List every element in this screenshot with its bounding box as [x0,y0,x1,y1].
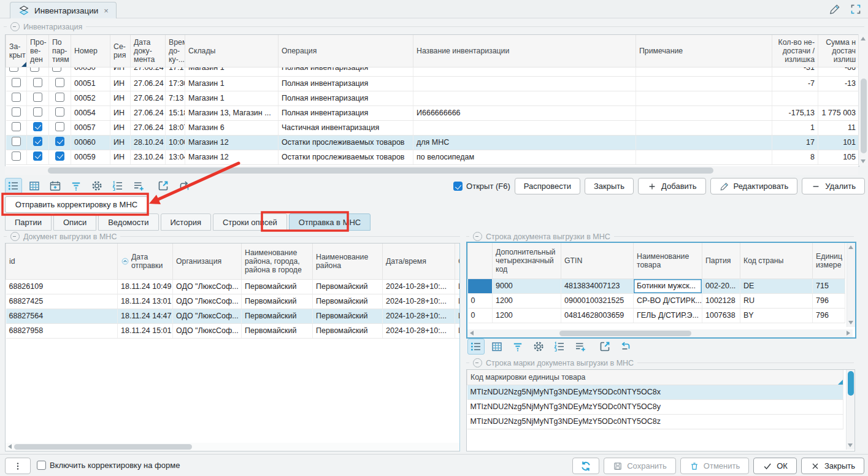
table-row[interactable]: 00052ИН27.06.247:13Магазин 1Полная инвен… [6,91,859,106]
table-cell[interactable]: Первомайский [313,294,383,309]
unpost-button[interactable]: Распровести [515,178,580,194]
row-checkbox[interactable] [33,152,42,161]
table-cell[interactable]: ОДО "ЛюксСоф... [173,323,242,338]
table-cell[interactable] [49,91,71,106]
table-cell[interactable] [27,91,49,106]
table-cell[interactable]: ОДО "ЛюксСоф... [173,309,242,323]
column-header[interactable]: id [6,244,118,279]
tab-list-lines[interactable]: Строки описей [213,213,287,231]
table-cell[interactable]: Полная инвентаризация [278,91,413,106]
table-cell[interactable]: 27.06.24 [131,67,166,76]
table-cell[interactable]: 27.06.24 [131,76,166,91]
table-cell[interactable]: ИН [110,76,131,91]
table-cell[interactable] [27,120,49,135]
table-cell[interactable]: ИН [110,91,131,106]
table-cell[interactable] [6,106,27,120]
calendar-add-button[interactable] [47,178,64,194]
table-cell[interactable]: ИН [110,120,131,135]
table-cell[interactable]: 1 [772,120,818,135]
table-cell[interactable]: Магазин 12 [185,150,278,164]
table-cell[interactable]: 17:17 [166,67,185,76]
row-checkbox[interactable] [12,93,21,102]
filter-button[interactable] [67,178,85,194]
table-cell[interactable]: MTIzNDU2Nzg5NjMyNTg3NDEyMzY5ODc0NTY5OC8y [467,399,843,414]
column-header[interactable]: Се- рия [110,35,131,67]
column-header[interactable]: Про- ве- ден [27,35,49,67]
document-tab-inventories[interactable]: Инвентаризации × [10,2,117,18]
column-header[interactable]: Примечание [636,35,772,67]
table-cell[interactable] [413,76,636,91]
table-cell[interactable]: 17 [772,135,818,150]
table-cell[interactable]: 1200 [493,293,561,308]
add-list-button[interactable] [572,339,589,355]
table-cell[interactable]: 796 [813,293,845,308]
table-cell[interactable]: ИН [110,150,131,164]
table-cell[interactable]: 27.06.24 [131,120,166,135]
column-header[interactable]: Склады [185,35,278,67]
table-row[interactable]: 6882795818.11.24 15:01ОДО "ЛюксСоф...Пер… [6,323,461,338]
table-cell[interactable]: 00059 [71,150,110,164]
table-row[interactable]: 00050ИН27.06.2417:17Магазин 1Полная инве… [6,67,859,76]
table-cell[interactable]: Первомайский [313,323,383,338]
column-header[interactable]: Номер [71,35,110,67]
table-cell[interactable]: DE [740,278,813,293]
table-cell[interactable]: 17:30 [166,76,185,91]
table-cell[interactable]: ИН [110,67,131,76]
open-filter-checkbox[interactable]: Открыт (F6) [453,182,510,191]
column-header[interactable]: Операция [278,35,413,67]
table-cell[interactable]: 1 775 003 [818,106,859,120]
table-cell[interactable] [49,150,71,164]
table-cell[interactable]: MTIzNDU2Nzg5NjMyNTg3NDEyMzY5ODc0NTY5OC8z [467,414,843,429]
grid-view-button[interactable] [488,339,505,355]
row-checkbox[interactable] [33,93,42,102]
table-cell[interactable]: Полная инвентаризация [278,67,413,76]
table-cell[interactable]: 18:07 [166,120,185,135]
table-cell[interactable]: 00051 [71,76,110,91]
table-cell[interactable]: 00054 [71,106,110,120]
table-cell[interactable]: 1200 [493,308,561,323]
table-cell[interactable]: 13:04 [166,150,185,164]
table-row[interactable]: MTIzNDU2Nzg5NjMyNTg3NDEyMzY5ODc0NTY5OC8y [467,399,843,414]
table-cell[interactable]: ГЕЛЬ Д/СТИР.Э... [634,308,702,323]
table-row[interactable]: 00054ИН27.06.2415:18Магазин 13, Магазин … [6,106,859,120]
inventory-table-vscrollbar[interactable] [858,34,868,166]
table-cell[interactable]: 2024-10-28+10:... [383,309,455,323]
grid-view-button[interactable] [26,178,43,194]
table-cell[interactable]: Частичная инвентаризация [278,120,413,135]
row-checkbox[interactable] [55,78,64,87]
row-checkbox[interactable] [52,67,61,72]
table-cell[interactable]: -175,13 [772,106,818,120]
table-cell[interactable]: Остатки прослеживаемых товаров [278,150,413,164]
table-cell[interactable]: -13 [818,76,859,91]
open-filter-checkbox-box[interactable] [453,182,463,191]
table-cell[interactable]: 11 [818,120,859,135]
row-checkbox[interactable] [12,107,21,117]
tab-parties[interactable]: Партии [5,213,52,231]
table-cell[interactable]: ОДО "ЛюксСоф... [173,294,242,309]
table-cell[interactable]: 15:18 [166,106,185,120]
table-cell[interactable]: И [455,309,461,323]
table-cell[interactable]: 9000 [493,278,561,293]
row-checkbox[interactable] [12,122,21,131]
table-cell[interactable]: для МНС [413,135,636,150]
table-cell[interactable]: Магазин 12 [185,135,278,150]
ok-button[interactable]: ОК [753,458,797,474]
table-cell[interactable]: 28.10.24 [131,135,166,150]
dock-corners-button[interactable] [848,2,863,17]
table-cell[interactable] [468,278,493,293]
table-cell[interactable]: 68827958 [6,323,118,338]
table-row[interactable]: MTIzNDU2Nzg5NjMyNTg3NDEyMzY5ODc0NTY5OC8x [467,385,843,399]
table-cell[interactable]: 105 [818,150,859,164]
row-checkbox[interactable] [55,152,64,161]
open-external-button[interactable] [155,178,172,194]
table-cell[interactable]: BY [740,308,813,323]
cancel-button[interactable]: Отменить [680,458,749,474]
table-cell[interactable]: 2024-10-28+10:... [383,294,455,309]
column-header[interactable]: С [455,244,461,279]
table-cell[interactable] [6,76,27,91]
table-cell[interactable]: Первомайский [242,323,313,338]
row-checkbox[interactable] [33,78,42,87]
table-cell[interactable]: Ботинки мужск... [634,278,702,293]
table-cell[interactable] [636,135,772,150]
settings-button[interactable] [88,178,106,194]
